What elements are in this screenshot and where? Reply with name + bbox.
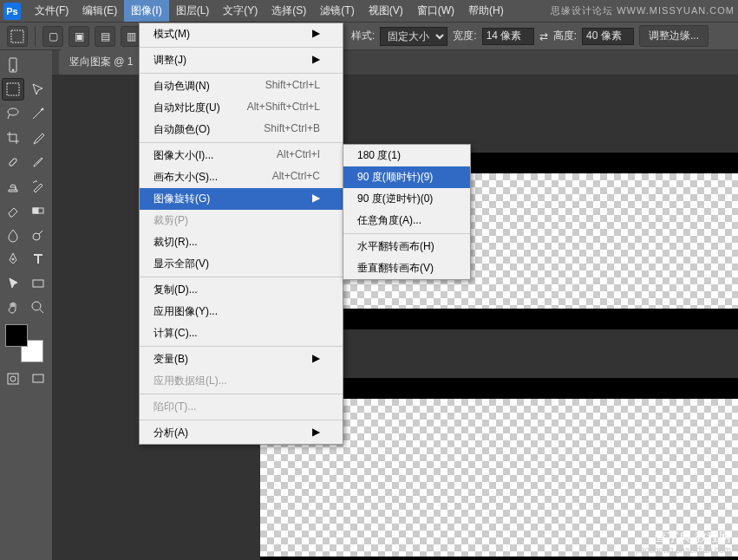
tool-preset-icon[interactable] <box>7 26 28 47</box>
document-tab[interactable]: 竖向图案 @ 1 <box>59 49 144 75</box>
width-label: 宽度: <box>453 29 476 43</box>
path-select-icon[interactable] <box>2 272 24 295</box>
menu-window[interactable]: 窗口(W) <box>410 0 461 22</box>
stamp-tool-icon[interactable] <box>2 175 24 198</box>
type-tool-icon[interactable] <box>27 248 49 270</box>
marquee-tool-icon[interactable] <box>2 78 24 101</box>
svg-rect-0 <box>11 30 23 42</box>
separator <box>140 346 343 347</box>
quickmask-icon[interactable] <box>2 368 24 390</box>
svg-point-10 <box>12 258 14 260</box>
menu-analysis[interactable]: 分析(A)▶ <box>140 422 343 444</box>
rotate-arbitrary[interactable]: 任意角度(A)... <box>343 210 470 231</box>
menu-reveal-all[interactable]: 显示全部(V) <box>140 253 343 275</box>
menu-layer[interactable]: 图层(L) <box>169 0 217 22</box>
menu-edit[interactable]: 编辑(E) <box>75 0 124 22</box>
svg-point-14 <box>10 376 16 381</box>
shortcut-text: Alt+Ctrl+I <box>277 148 320 163</box>
pen-tool-icon[interactable] <box>2 248 24 270</box>
wand-tool-icon[interactable] <box>27 102 49 125</box>
menubar: Ps 文件(F) 编辑(E) 图像(I) 图层(L) 文字(Y) 选择(S) 滤… <box>0 0 738 23</box>
blur-tool-icon[interactable] <box>2 224 24 246</box>
menu-auto-color[interactable]: 自动颜色(O)Shift+Ctrl+B <box>140 119 343 140</box>
eyedropper-tool-icon[interactable] <box>27 127 49 149</box>
watermark-main: 查字典 教程网 <box>636 530 731 545</box>
menu-help[interactable]: 帮助(H) <box>461 0 511 22</box>
lasso-tool-icon[interactable] <box>2 102 24 125</box>
swap-icon[interactable]: ⇄ <box>539 30 548 42</box>
phone-device-icon[interactable] <box>2 54 24 76</box>
zoom-tool-icon[interactable] <box>27 296 49 319</box>
height-label: 高度: <box>553 29 577 43</box>
watermark-sub: jiaocheng.chazidian.com <box>636 545 731 555</box>
shortcut-text: Shift+Ctrl+L <box>265 79 320 94</box>
app-logo: Ps <box>3 3 21 20</box>
svg-point-5 <box>42 108 43 110</box>
foreground-color[interactable] <box>5 324 28 347</box>
svg-rect-11 <box>33 280 43 287</box>
screenmode-icon[interactable] <box>27 368 49 390</box>
menu-trap: 陷印(T)... <box>140 396 343 418</box>
menu-apply-image[interactable]: 应用图像(Y)... <box>140 301 343 322</box>
menu-adjustments[interactable]: 调整(J)▶ <box>140 49 343 71</box>
menu-variables[interactable]: 变量(B)▶ <box>140 348 343 370</box>
menu-image-rotation[interactable]: 图像旋转(G)▶ <box>140 188 343 210</box>
menu-auto-contrast[interactable]: 自动对比度(U)Alt+Shift+Ctrl+L <box>140 97 343 119</box>
menu-select[interactable]: 选择(S) <box>265 0 313 22</box>
shortcut-text: Shift+Ctrl+B <box>264 122 320 137</box>
watermark: 查字典 教程网 jiaocheng.chazidian.com <box>636 530 731 555</box>
svg-rect-3 <box>7 83 19 95</box>
style-select[interactable]: 固定大小 <box>380 27 447 46</box>
menu-mode[interactable]: 模式(M)▶ <box>140 23 343 45</box>
eraser-tool-icon[interactable] <box>2 199 24 222</box>
add-selection-icon[interactable]: ▣ <box>69 26 89 47</box>
rotation-submenu: 180 度(1) 90 度(顺时针)(9) 90 度(逆时针)(0) 任意角度(… <box>343 144 471 280</box>
separator <box>140 420 343 420</box>
hand-tool-icon[interactable] <box>2 296 24 319</box>
svg-point-4 <box>8 108 18 115</box>
menu-canvas-size[interactable]: 画布大小(S)...Alt+Ctrl+C <box>140 166 343 188</box>
move-tool-icon[interactable] <box>27 78 49 101</box>
dodge-tool-icon[interactable] <box>27 224 49 246</box>
width-input[interactable] <box>482 28 534 45</box>
svg-point-9 <box>33 233 40 240</box>
style-label: 样式: <box>351 29 375 43</box>
separator <box>140 394 343 394</box>
history-brush-icon[interactable] <box>27 175 49 198</box>
healing-tool-icon[interactable] <box>2 151 24 173</box>
document-tabbar: 竖向图案 @ 1 <box>0 50 738 75</box>
height-input[interactable] <box>582 28 634 45</box>
subtract-selection-icon[interactable]: ▤ <box>95 26 115 47</box>
menu-calculations[interactable]: 计算(C)... <box>140 322 343 344</box>
svg-rect-8 <box>33 208 38 213</box>
flip-vertical[interactable]: 垂直翻转画布(V) <box>343 257 470 279</box>
menu-view[interactable]: 视图(V) <box>362 0 410 22</box>
menu-image-size[interactable]: 图像大小(I)...Alt+Ctrl+I <box>140 145 343 166</box>
menu-auto-tone[interactable]: 自动色调(N)Shift+Ctrl+L <box>140 75 343 97</box>
menu-type[interactable]: 文字(Y) <box>216 0 265 22</box>
shortcut-text: Alt+Ctrl+C <box>272 170 320 185</box>
separator <box>35 27 36 46</box>
menu-filter[interactable]: 滤镜(T) <box>313 0 361 22</box>
rotate-180[interactable]: 180 度(1) <box>343 145 470 166</box>
new-selection-icon[interactable]: ▢ <box>42 26 63 47</box>
flip-horizontal[interactable]: 水平翻转画布(H) <box>343 236 470 257</box>
toolbox <box>0 50 52 560</box>
separator <box>140 277 343 277</box>
color-swatches[interactable] <box>5 324 43 362</box>
shape-tool-icon[interactable] <box>27 272 49 295</box>
menu-crop: 裁剪(P) <box>140 210 343 231</box>
brush-tool-icon[interactable] <box>27 151 49 173</box>
menu-trim[interactable]: 裁切(R)... <box>140 231 343 253</box>
gradient-tool-icon[interactable] <box>27 199 49 222</box>
refine-edge-button[interactable]: 调整边缘... <box>639 25 709 47</box>
menu-duplicate[interactable]: 复制(D)... <box>140 279 343 301</box>
rotate-90-ccw[interactable]: 90 度(逆时针)(0) <box>343 188 470 210</box>
rotate-90-cw[interactable]: 90 度(顺时针)(9) <box>343 166 470 188</box>
submenu-arrow-icon: ▶ <box>312 53 320 68</box>
crop-tool-icon[interactable] <box>2 127 24 149</box>
svg-rect-13 <box>8 374 18 384</box>
menu-apply-dataset: 应用数据组(L)... <box>140 370 343 392</box>
menu-file[interactable]: 文件(F) <box>28 0 75 22</box>
menu-image[interactable]: 图像(I) <box>124 0 168 22</box>
